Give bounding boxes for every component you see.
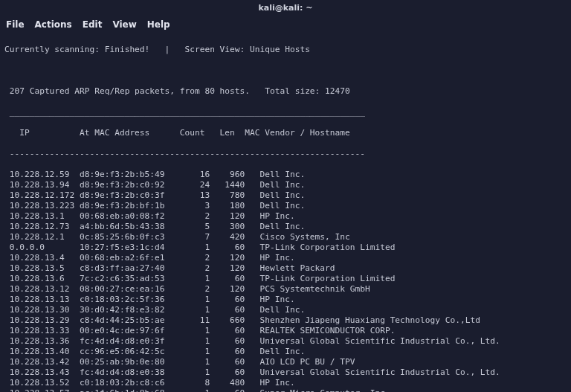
table-row: 0.0.0.0 10:27:f5:e3:1c:d4 1 60 TP-Link C…: [4, 242, 567, 253]
table-row: 10.228.12.1 0c:85:25:6b:0f:c3 7 420 Cisc…: [4, 232, 567, 242]
table-row: 10.228.12.172 d8:9e:f3:2b:c0:3f 13 780 D…: [4, 190, 567, 201]
table-row: 10.228.13.94 d8:9e:f3:2b:c0:92 24 1440 D…: [4, 180, 567, 190]
header-separator-bottom: ----------------------------------------…: [4, 149, 567, 159]
table-row: 10.228.13.4 00:68:eb:a2:6f:e1 2 120 HP I…: [4, 253, 567, 263]
table-row: 10.228.13.40 cc:96:e5:06:42:5c 1 60 Dell…: [4, 347, 567, 357]
table-row: 10.228.13.13 c0:18:03:2c:5f:36 1 60 HP I…: [4, 295, 567, 305]
status-line-2: 207 Captured ARP Req/Rep packets, from 8…: [4, 86, 567, 97]
table-row: 10.228.13.223 d8:9e:f3:2b:bf:1b 3 180 De…: [4, 201, 567, 211]
table-row: 10.228.13.30 30:d0:42:f8:e3:82 1 60 Dell…: [4, 305, 567, 315]
blank-line: [4, 65, 567, 76]
table-row: 10.228.13.42 00:25:ab:9b:0e:80 1 60 AIO …: [4, 357, 567, 367]
table-row: 10.228.13.29 c8:4d:44:25:b5:ae 11 660 Sh…: [4, 315, 567, 326]
status-line-1: Currently scanning: Finished! | Screen V…: [4, 45, 567, 55]
terminal-output[interactable]: Currently scanning: Finished! | Screen V…: [0, 33, 571, 392]
table-row: 10.228.13.12 08:00:27:ce:ea:16 2 120 PCS…: [4, 284, 567, 295]
table-row: 10.228.13.1 00:68:eb:a0:08:f2 2 120 HP I…: [4, 211, 567, 222]
column-headers: IP At MAC Address Count Len MAC Vendor /…: [4, 128, 567, 138]
table-row: 10.228.13.43 fc:4d:d4:d8:e0:38 1 60 Univ…: [4, 367, 567, 378]
table-row: 10.228.12.59 d8:9e:f3:2b:b5:49 16 960 De…: [4, 170, 567, 180]
menu-view[interactable]: View: [112, 19, 136, 30]
table-row: 10.228.13.6 7c:c2:c6:35:ad:53 1 60 TP-Li…: [4, 274, 567, 284]
window-title: kali@kali: ~: [0, 0, 571, 16]
header-separator-top: ________________________________________…: [4, 107, 567, 118]
table-row: 10.228.13.57 ac:1f:6b:1d:8b:68 1 60 Supe…: [4, 388, 567, 392]
menu-file[interactable]: File: [6, 19, 25, 30]
table-row: 10.228.13.52 c0:18:03:2b:c8:c6 8 480 HP …: [4, 378, 567, 388]
menu-bar: File Actions Edit View Help: [0, 16, 571, 33]
table-row: 10.228.13.5 c8:d3:ff:aa:27:40 2 120 Hewl…: [4, 263, 567, 274]
table-row: 10.228.12.73 a4:bb:6d:5b:43:38 5 300 Del…: [4, 222, 567, 232]
table-row: 10.228.13.33 00:e0:4c:de:97:6f 1 60 REAL…: [4, 326, 567, 336]
menu-help[interactable]: Help: [147, 19, 170, 30]
table-row: 10.228.13.36 fc:4d:d4:d8:e0:3f 1 60 Univ…: [4, 336, 567, 347]
menu-edit[interactable]: Edit: [83, 19, 103, 30]
menu-actions[interactable]: Actions: [35, 19, 72, 30]
